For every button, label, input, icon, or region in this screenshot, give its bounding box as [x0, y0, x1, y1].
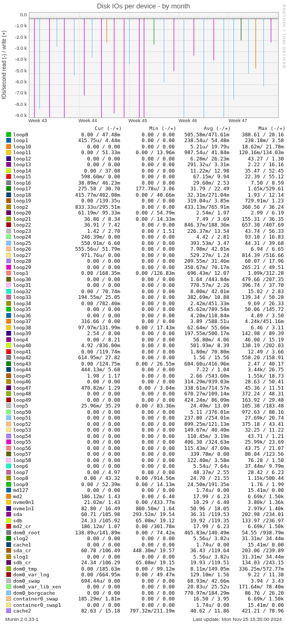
series-name: dom0_var_lib_xen — [13, 584, 66, 590]
data-spike — [144, 18, 144, 117]
series-swatch — [6, 379, 11, 384]
series-swatch — [6, 186, 11, 191]
series-cur: 0.00 / 0.00 — [66, 282, 120, 288]
series-name: loop56 — [13, 445, 66, 452]
series-name: loop49 — [13, 397, 66, 403]
series-avg: 62.64m/ 55.66m — [175, 325, 229, 331]
series-name: loop16 — [13, 180, 66, 186]
data-spike — [107, 18, 107, 42]
series-avg: 115.43m/ 47.69m — [175, 445, 229, 452]
series-swatch — [6, 259, 11, 263]
series-cur: 0.00 / 0.00 — [66, 554, 120, 560]
legend-row: loop00.00 / 47.48m0.00 / 0.00505.58m/471… — [6, 132, 283, 138]
series-min: 0.00 / 54.79m — [120, 210, 175, 216]
series-min: 0.00 /433.77m — [120, 499, 175, 506]
legend-row: loop1638.89m/ 46.23m0.00 / 0.0029.60m/ 2… — [6, 180, 283, 186]
series-name: loop34 — [13, 300, 66, 307]
series-swatch — [6, 439, 11, 444]
series-min: 797.32m/211.19m — [120, 608, 175, 614]
series-name: loop29 — [13, 264, 66, 271]
series-swatch — [6, 458, 11, 463]
series-max: 27.69k/ 20.74 — [229, 415, 284, 421]
legend-row: loop490.00 / 0.000.00 / 0.00424.24m/ 86.… — [6, 397, 283, 403]
series-min: 0.00 / 6.40 — [120, 493, 175, 500]
legend-row: sdb_cr24.34 /106.2965.08m/ 19.1519.93 /1… — [6, 560, 283, 566]
series-cur: 0.00 / 0.00 — [66, 584, 120, 590]
legend-row: cache10.00 / 0.000.00 / 0.001.74u/ 0.001… — [6, 542, 283, 548]
legend-row: loop460.00 / 0.000.00 / 0.00314.29m/939.… — [6, 379, 283, 385]
series-name: dom0_tmp — [13, 566, 66, 572]
series-name: loop55 — [13, 439, 66, 445]
series-cur: 194.55m/ 25.05 — [66, 294, 120, 300]
x-tick: Week 44 — [78, 118, 128, 123]
series-min: 177.78u/ 3.06 — [120, 186, 175, 192]
series-avg: 338.61m/714.57m — [175, 385, 229, 391]
series-avg: 4.42 / 2.81 — [175, 234, 229, 240]
series-max: 396.74 / 37.70 — [229, 282, 284, 288]
legend-row: loop451.98 / 1.170.00 / 0.002.66 /543.60… — [6, 373, 283, 379]
series-min: 0.00 / 0.00 — [120, 596, 175, 602]
series-name: loop44 — [13, 367, 66, 373]
series-min: 0.00 / 0.00 — [120, 433, 175, 439]
series-cur: 0.00 / 37.08 — [66, 168, 120, 174]
col-cur: Cur (-/+) — [67, 125, 122, 132]
series-max: 265.21 / 49.51 — [229, 264, 284, 271]
legend-row: loop26555.56u/ 51.79m0.00 / 0.007.98m/ 4… — [6, 246, 283, 252]
series-max: 15.41m/ 0.00 — [229, 487, 284, 493]
series-swatch — [6, 548, 11, 553]
series-cur: 0.00 / 0.00 — [66, 451, 120, 457]
series-min: 0.00 / 74.42m — [120, 530, 175, 536]
series-avg: 209.55m/ 31.46m — [175, 258, 229, 264]
y-axis-label: IOs/second read (-) / write (+) — [0, 12, 8, 118]
legend-row: loop1415.75u/ 4.44m0.00 / 0.00238.54u/ 5… — [6, 137, 283, 144]
series-max: 80.04 /123.56 — [229, 451, 284, 457]
series-min: 293.52m/ 19.54 — [120, 511, 175, 518]
series-min: 0.00 / 83.36m — [120, 403, 175, 409]
series-swatch — [6, 608, 11, 613]
series-avg: 5.56u/ 3.82u — [175, 535, 229, 542]
series-name: md2 — [13, 493, 66, 500]
legend-row: loop33194.55m/ 25.050.00 / 0.00382.69m/ … — [6, 294, 283, 300]
series-cur: 0.00 / 0.00 — [66, 391, 120, 397]
series-cur: 186.12m/ 1.07 — [66, 523, 120, 530]
series-max: 6.69k/ 1.50k — [229, 523, 284, 530]
series-cur: 0.00 / 0.00 — [66, 162, 120, 168]
series-max: 32.25 / 11.22 — [229, 427, 284, 433]
legend-row: loop47470.82m/ 1.290.00 / 3.04m338.61m/7… — [6, 385, 283, 391]
series-max: 375.18 / 43.41 — [229, 421, 284, 427]
data-spike — [92, 18, 92, 58]
series-max: 60.07 / 17.96 — [229, 258, 284, 264]
series-min: 0.00 / 0.00 — [120, 379, 175, 385]
series-cur: 1.42 / 2.70 — [66, 228, 120, 234]
series-cur: 0.00 / 0.00 — [66, 445, 120, 452]
series-min: 0.00 / 0.00 — [120, 409, 175, 415]
legend-row: loop80.00 / 43.320.00 /914.56m24.70 / 21… — [6, 475, 283, 481]
series-avg: 314.29m/939.03m — [175, 379, 229, 385]
series-swatch — [6, 229, 11, 233]
data-spike — [34, 18, 35, 117]
series-min: 0.00 / 0.00 — [120, 391, 175, 397]
series-avg: 226.37m/ 13.54 — [175, 228, 229, 234]
legend-row: loop560.00 / 0.000.00 / 0.00115.43m/ 47.… — [6, 445, 283, 452]
series-avg: 7.22 / 1.04 — [175, 367, 229, 373]
series-cur: 0.00 / 8.21 — [66, 337, 120, 343]
series-name: loop47 — [13, 385, 66, 391]
series-name: loop57 — [13, 451, 66, 457]
series-max: 12.49 / 3.66 — [229, 349, 284, 355]
series-min: 0.00 / 0.00 — [120, 156, 175, 162]
series-swatch — [6, 488, 11, 492]
series-min: 0.00 / 0.00 — [120, 174, 175, 180]
series-name: container0_swap — [13, 596, 66, 602]
series-min: 0.00 / 0.00 — [120, 162, 175, 168]
series-swatch — [6, 518, 11, 523]
series-max: 479.66 /207.35 — [229, 276, 284, 283]
data-spike — [241, 18, 241, 40]
legend-row: loop15598.60m/ 0.000.00 / 0.0067.15m/ 9.… — [6, 174, 283, 180]
series-name: loop0 — [13, 132, 66, 138]
series-cur: 97.97m/131.99m — [66, 325, 120, 331]
data-spike — [57, 18, 57, 47]
series-max: 31.31m/ 34.44m — [229, 554, 284, 560]
series-name: sdb — [13, 518, 66, 524]
series-avg: 24.70 / 21.55 — [175, 475, 229, 481]
series-name: loop26 — [13, 246, 66, 252]
